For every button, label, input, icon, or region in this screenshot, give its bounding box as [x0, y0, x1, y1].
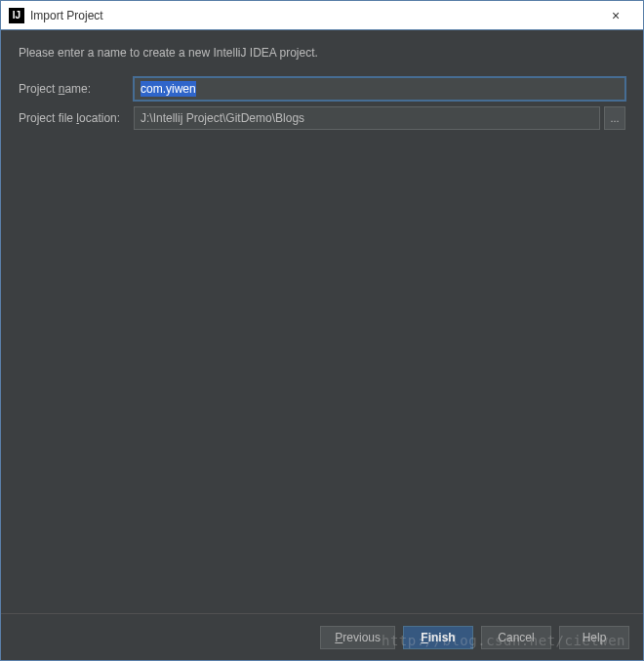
window-title: Import Project	[30, 9, 596, 22]
project-location-label: Project file location:	[19, 111, 134, 125]
browse-button[interactable]: ...	[604, 106, 625, 130]
project-location-input-wrap: ...	[134, 106, 625, 130]
import-project-window: IJ Import Project × Please enter a name …	[0, 0, 644, 661]
project-name-row: Project name: com.yiwen	[19, 77, 625, 101]
project-location-input[interactable]	[134, 106, 600, 130]
project-name-value: com.yiwen	[141, 81, 196, 97]
app-icon: IJ	[9, 8, 24, 23]
project-name-input[interactable]: com.yiwen	[134, 77, 625, 101]
content-area: Please enter a name to create a new Inte…	[1, 30, 643, 660]
close-button[interactable]: ×	[596, 2, 635, 29]
project-location-row: Project file location: ...	[19, 106, 625, 130]
titlebar: IJ Import Project ×	[1, 1, 643, 30]
help-button[interactable]: Help	[559, 626, 629, 649]
instruction-text: Please enter a name to create a new Inte…	[19, 46, 625, 60]
project-name-label: Project name:	[19, 82, 134, 96]
finish-button[interactable]: Finish	[403, 626, 473, 649]
previous-button[interactable]: Previous	[320, 626, 395, 649]
button-bar: Previous Finish Cancel Help	[1, 613, 643, 660]
cancel-button[interactable]: Cancel	[481, 626, 551, 649]
